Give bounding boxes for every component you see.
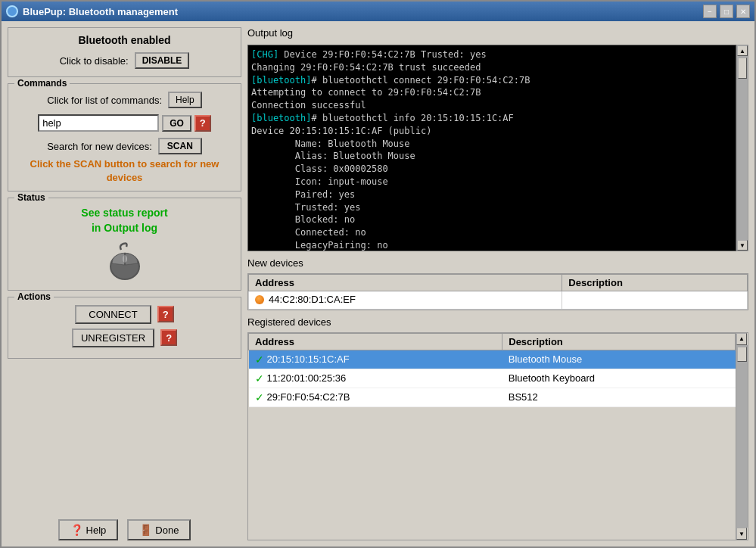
new-devices-col-description: Description [562, 275, 748, 291]
commands-section: Commands Click for list of commands: Hel… [8, 83, 241, 191]
reg-device-address: ✓ 29:F0:F0:54:C2:7B [249, 388, 502, 406]
reg-scrollbar-up[interactable]: ▲ [736, 333, 747, 345]
reg-check-icon: ✓ [255, 353, 264, 366]
connect-help-button[interactable]: ? [157, 306, 174, 322]
reg-scrollbar-track [736, 345, 748, 528]
scrollbar-down-arrow[interactable]: ▼ [737, 240, 748, 251]
reg-device-description: Bluetooth Mouse [502, 350, 736, 369]
command-input[interactable]: help [38, 114, 159, 132]
new-devices-label: New devices [247, 257, 748, 269]
unregister-button[interactable]: UNREGISTER [72, 328, 154, 347]
registered-devices-label: Registered devices [247, 316, 748, 328]
new-device-address-text: 44:C2:80:D1:CA:EF [269, 294, 356, 305]
reg-check-icon: ✓ [255, 391, 264, 403]
help-icon: ❓ [70, 524, 83, 536]
help-prompt: Click for list of commands: [47, 95, 162, 106]
new-device-indicator [255, 295, 264, 304]
reg-col-description: Description [502, 333, 736, 350]
reg-check-icon: ✓ [255, 372, 264, 385]
bluetooth-status-section: Bluetooth enabled Click to disable: DISA… [8, 27, 241, 77]
new-devices-col-address: Address [249, 275, 562, 291]
done-icon: 🚪 [139, 524, 152, 536]
done-label: Done [155, 525, 179, 536]
reg-scrollbar-thumb[interactable] [737, 347, 747, 362]
reg-device-address: ✓ 11:20:01:00:25:36 [249, 369, 502, 388]
output-log[interactable]: [CHG] Device 29:F0:F0:54:C2:7B Trusted: … [247, 45, 736, 251]
titlebar-controls: − □ ✕ [703, 5, 750, 18]
status-section-label: Status [14, 192, 48, 203]
scan-hint: Click the SCAN button to search for new … [14, 157, 235, 185]
bluetooth-status-label: Bluetooth enabled [14, 34, 235, 46]
minimize-button[interactable]: − [703, 5, 717, 18]
maximize-button[interactable]: □ [720, 5, 733, 18]
main-content: Bluetooth enabled Click to disable: DISA… [2, 21, 754, 546]
scrollbar-thumb[interactable] [738, 58, 747, 79]
new-devices-section: Address Description 44:C2:80:D1:CA:EF [247, 273, 748, 310]
output-log-label: Output log [247, 27, 748, 39]
connect-row: CONNECT ? [14, 305, 235, 324]
help-bottom-button[interactable]: ❓ Help [58, 519, 119, 540]
help-button[interactable]: Help [168, 92, 202, 108]
titlebar: BluePup: Bluetooth management − □ ✕ [2, 2, 754, 21]
status-section: Status See status reportin Output log [8, 198, 241, 290]
commands-section-label: Commands [14, 78, 70, 89]
disable-row: Click to disable: DISABLE [14, 52, 235, 69]
output-log-scrollbar[interactable]: ▲ ▼ [736, 45, 748, 251]
unregister-row: UNREGISTER ? [14, 328, 235, 347]
new-devices-table: Address Description 44:C2:80:D1:CA:EF [248, 274, 748, 310]
reg-scrollbar-down[interactable]: ▼ [736, 528, 747, 540]
new-device-address: 44:C2:80:D1:CA:EF [249, 291, 562, 310]
reg-device-description: Bluetooth Keyboard [502, 369, 736, 388]
mouse-icon [102, 242, 148, 284]
reg-device-address: ✓ 20:15:10:15:1C:AF [249, 350, 502, 369]
done-button[interactable]: 🚪 Done [127, 519, 191, 540]
actions-section-label: Actions [14, 291, 54, 302]
registered-device-row[interactable]: ✓ 11:20:01:00:25:36 Bluetooth Keyboard [249, 369, 736, 388]
registered-device-row[interactable]: ✓ 29:F0:F0:54:C2:7B BS512 [249, 388, 736, 406]
disable-button[interactable]: DISABLE [135, 52, 190, 69]
registered-devices-table: Address Description ✓ 20:15:10:15:1C:AF [248, 333, 736, 407]
scan-row: Search for new devices: SCAN [14, 138, 235, 154]
disable-prompt: Click to disable: [60, 55, 129, 67]
reg-device-description: BS512 [502, 388, 736, 406]
connect-button[interactable]: CONNECT [75, 305, 151, 324]
registered-device-row[interactable]: ✓ 20:15:10:15:1C:AF Bluetooth Mouse [249, 350, 736, 369]
status-text: See status reportin Output log [14, 206, 235, 235]
new-device-row[interactable]: 44:C2:80:D1:CA:EF [249, 291, 748, 310]
go-button[interactable]: GO [162, 115, 191, 132]
go-help-button[interactable]: ? [194, 115, 211, 132]
registered-scrollbar[interactable]: ▲ ▼ [736, 333, 748, 540]
scan-button[interactable]: SCAN [158, 138, 202, 154]
reg-col-address: Address [249, 333, 502, 350]
bottom-buttons: ❓ Help 🚪 Done [8, 513, 241, 540]
help-row: Click for list of commands: Help [14, 92, 235, 108]
scrollbar-track [737, 56, 748, 240]
registered-devices-section: Address Description ✓ 20:15:10:15:1C:AF [247, 332, 748, 540]
unregister-help-button[interactable]: ? [160, 329, 177, 346]
actions-section: Actions CONNECT ? UNREGISTER ? [8, 297, 241, 359]
new-device-description [562, 291, 748, 310]
scrollbar-up-arrow[interactable]: ▲ [737, 45, 748, 56]
left-panel: Bluetooth enabled Click to disable: DISA… [2, 21, 247, 546]
cmd-input-row: help GO ? [14, 114, 235, 132]
mouse-icon-area [14, 242, 235, 284]
window-title: BluePup: Bluetooth management [23, 6, 178, 17]
scan-prompt: Search for new devices: [47, 141, 152, 152]
titlebar-left: BluePup: Bluetooth management [6, 5, 178, 17]
app-icon [6, 5, 18, 17]
right-panel: Output log [CHG] Device 29:F0:F0:54:C2:7… [247, 21, 754, 546]
close-button[interactable]: ✕ [736, 5, 750, 18]
main-window: BluePup: Bluetooth management − □ ✕ Blue… [0, 0, 756, 548]
help-bottom-label: Help [86, 525, 107, 536]
